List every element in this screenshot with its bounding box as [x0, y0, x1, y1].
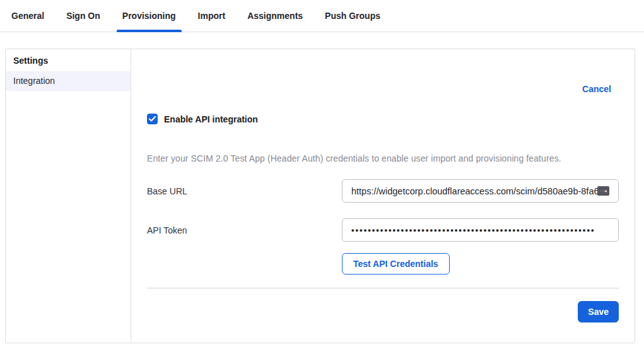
tab-push-groups[interactable]: Push Groups [319, 11, 386, 32]
base-url-input[interactable] [351, 186, 609, 196]
sidebar-item-integration[interactable]: Integration [6, 71, 131, 91]
check-icon [149, 116, 156, 122]
save-button[interactable]: Save [578, 301, 619, 322]
test-api-credentials-button[interactable]: Test API Credentials [342, 253, 450, 275]
enable-api-integration-label: Enable API integration [164, 114, 258, 124]
sidebar-header: Settings [6, 49, 131, 71]
api-token-input-box [342, 218, 619, 242]
footer-divider [147, 288, 619, 288]
enable-api-integration-checkbox[interactable] [147, 114, 158, 124]
text-overflow-badge-icon: ··◂ [597, 186, 609, 196]
tab-import[interactable]: Import [192, 11, 231, 32]
cancel-button[interactable]: Cancel [582, 84, 611, 94]
tab-general[interactable]: General [6, 11, 50, 32]
tab-provisioning[interactable]: Provisioning [117, 11, 182, 32]
tab-assignments[interactable]: Assignments [242, 11, 308, 32]
tab-sign-on[interactable]: Sign On [61, 11, 106, 32]
api-token-row: API Token [147, 218, 619, 242]
integration-settings-content: Cancel Enable API integration Enter your… [131, 49, 635, 343]
settings-sidebar: Settings Integration [6, 49, 131, 343]
credentials-description: Enter your SCIM 2.0 Test App (Header Aut… [147, 153, 619, 163]
provisioning-panel: Settings Integration Cancel Enable API i… [5, 49, 635, 343]
base-url-row: Base URL ··◂ [147, 179, 619, 203]
api-token-input[interactable] [351, 225, 609, 235]
api-token-label: API Token [147, 225, 342, 235]
base-url-label: Base URL [147, 186, 342, 196]
tab-bar: General Sign On Provisioning Import Assi… [0, 0, 644, 32]
base-url-input-box: ··◂ [342, 179, 619, 203]
